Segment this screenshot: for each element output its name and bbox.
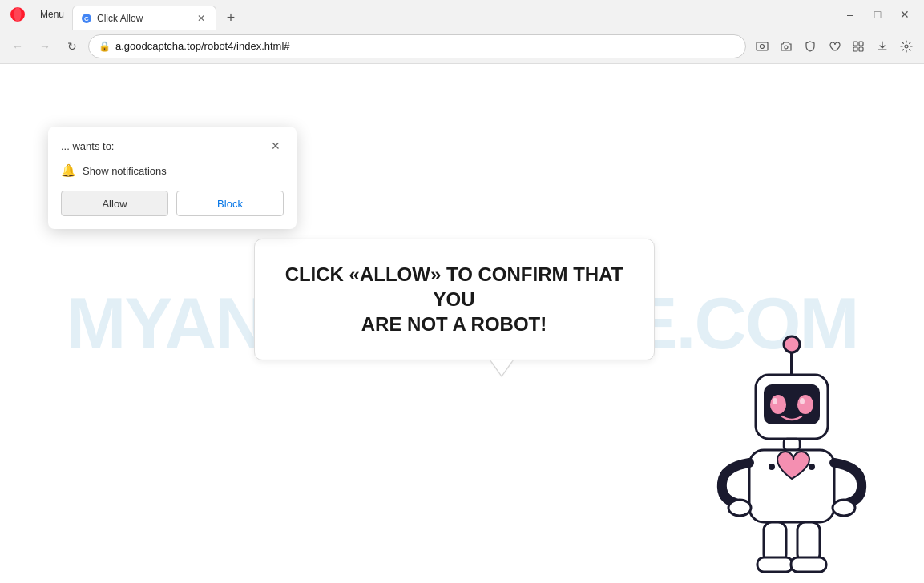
popup-close-button[interactable]: ✕ bbox=[268, 138, 284, 154]
speech-bubble: CLICK «ALLOW» TO CONFIRM THAT YOU ARE NO… bbox=[254, 239, 655, 360]
capture-icon[interactable] bbox=[751, 35, 773, 58]
block-button[interactable]: Block bbox=[176, 191, 284, 216]
menu-button[interactable]: Menu bbox=[35, 6, 69, 23]
title-bar: Menu C Click Allow ✕ + – □ ✕ bbox=[0, 0, 924, 29]
back-button[interactable]: ← bbox=[6, 35, 29, 58]
svg-rect-8 bbox=[859, 42, 863, 46]
popup-notification-row: 🔔 Show notifications bbox=[61, 163, 284, 178]
notification-popup: ... wants to: ✕ 🔔 Show notifications All… bbox=[48, 127, 297, 229]
active-tab[interactable]: C Click Allow ✕ bbox=[72, 6, 216, 30]
bubble-text: CLICK «ALLOW» TO CONFIRM THAT YOU ARE NO… bbox=[284, 262, 625, 337]
new-tab-button[interactable]: + bbox=[220, 6, 242, 29]
svg-point-1 bbox=[14, 7, 22, 22]
download-icon[interactable] bbox=[871, 35, 894, 58]
address-bar: ← → ↻ 🔒 a.goodcaptcha.top/robot4/index.h… bbox=[0, 29, 924, 64]
extensions-icon[interactable] bbox=[847, 35, 870, 58]
svg-text:C: C bbox=[84, 15, 89, 22]
svg-point-5 bbox=[761, 44, 765, 48]
settings-icon[interactable] bbox=[895, 35, 918, 58]
show-notifications-text: Show notifications bbox=[83, 165, 167, 177]
tab-favicon: C bbox=[81, 13, 92, 24]
svg-point-29 bbox=[809, 464, 815, 470]
forward-button[interactable]: → bbox=[34, 35, 56, 58]
popup-wants-to-text: ... wants to: bbox=[61, 140, 114, 152]
toolbar-icons bbox=[751, 35, 918, 58]
tab-bar: C Click Allow ✕ + bbox=[72, 0, 834, 29]
minimize-button[interactable]: – bbox=[837, 2, 863, 27]
url-text: a.goodcaptcha.top/robot4/index.html# bbox=[115, 40, 736, 52]
svg-rect-7 bbox=[853, 42, 857, 46]
svg-point-17 bbox=[797, 395, 813, 414]
svg-rect-20 bbox=[784, 439, 800, 450]
reload-button[interactable]: ↻ bbox=[61, 35, 83, 58]
svg-point-16 bbox=[770, 395, 786, 414]
tab-title: Click Allow bbox=[97, 13, 190, 24]
svg-rect-26 bbox=[757, 557, 793, 572]
svg-rect-27 bbox=[791, 557, 826, 572]
bell-icon: 🔔 bbox=[61, 163, 76, 178]
svg-point-28 bbox=[769, 464, 775, 470]
svg-rect-10 bbox=[859, 47, 863, 51]
window-controls: – □ ✕ bbox=[837, 2, 918, 27]
svg-rect-4 bbox=[757, 42, 768, 50]
robot-illustration bbox=[700, 327, 884, 583]
lock-icon: 🔒 bbox=[99, 41, 111, 52]
svg-point-11 bbox=[905, 45, 908, 48]
shield-icon[interactable] bbox=[799, 35, 821, 58]
url-bar[interactable]: 🔒 a.goodcaptcha.top/robot4/index.html# bbox=[88, 34, 746, 58]
svg-point-23 bbox=[833, 500, 855, 516]
heart-icon[interactable] bbox=[823, 35, 845, 58]
svg-rect-9 bbox=[853, 47, 857, 51]
svg-point-6 bbox=[785, 46, 788, 49]
tab-close-button[interactable]: ✕ bbox=[195, 12, 208, 25]
maximize-button[interactable]: □ bbox=[865, 2, 890, 27]
camera-icon[interactable] bbox=[775, 35, 797, 58]
browser-window: Menu C Click Allow ✕ + – □ ✕ ← → ↻ bbox=[0, 0, 924, 583]
svg-point-13 bbox=[784, 336, 800, 352]
popup-buttons: Allow Block bbox=[61, 191, 284, 216]
popup-header: ... wants to: ✕ bbox=[61, 138, 284, 154]
close-button[interactable]: ✕ bbox=[892, 2, 918, 27]
allow-button[interactable]: Allow bbox=[61, 191, 168, 216]
svg-point-19 bbox=[800, 398, 805, 404]
svg-point-22 bbox=[728, 500, 751, 516]
svg-point-18 bbox=[773, 398, 777, 404]
viewport: MYANTISPYWARE.COM CLICK «ALLOW» TO CONFI… bbox=[0, 64, 924, 583]
opera-logo[interactable] bbox=[6, 3, 29, 26]
